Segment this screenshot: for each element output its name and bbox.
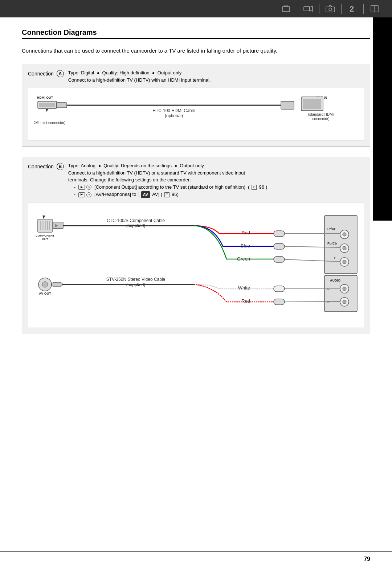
svg-point-44 <box>343 246 346 250</box>
hdmi-diagram-svg: HDMI OUT HTC-100 HDMI Cable (optional) H… <box>34 93 361 133</box>
svg-rect-60 <box>52 283 62 286</box>
svg-rect-3 <box>326 7 335 12</box>
divider <box>341 4 342 14</box>
conn-b-desc: Type: Analog Quality: Depends on the set… <box>68 162 268 198</box>
svg-text:(HDMI mini-connector): (HDMI mini-connector) <box>34 121 65 125</box>
divider <box>319 4 319 14</box>
conn-b-header: Connection B Type: Analog Quality: Depen… <box>28 162 364 198</box>
svg-text:(supplied): (supplied) <box>126 223 146 228</box>
svg-text:(supplied): (supplied) <box>126 282 146 287</box>
svg-text:CTC-100/S Component Cable: CTC-100/S Component Cable <box>107 218 165 223</box>
svg-rect-48 <box>274 231 285 237</box>
camcorder-icon <box>302 2 315 15</box>
svg-text:AUDIO: AUDIO <box>330 279 340 282</box>
sidebar-black-bar <box>373 17 392 221</box>
svg-point-71 <box>343 300 346 304</box>
comp-diagram-svg: COMPONENT OUT CTC-100/S Component Cable <box>34 208 368 321</box>
circle-b: B <box>57 163 64 170</box>
top-icons: 2 <box>279 2 381 15</box>
svg-rect-19 <box>303 99 321 109</box>
bottom-bar: 79 <box>0 551 392 566</box>
svg-rect-52 <box>274 257 285 262</box>
divider <box>297 4 297 14</box>
conn-a-header: Connection A Type: Digital Quality: High… <box>28 69 364 83</box>
section-title-bar: Connection Diagrams <box>22 28 370 39</box>
conn-b-label: Connection B <box>28 163 64 170</box>
svg-text:(optional): (optional) <box>165 113 183 118</box>
hdmi-diagram-area: HDMI OUT HTC-100 HDMI Cable (optional) H… <box>28 87 364 140</box>
svg-text:OUT: OUT <box>42 238 48 241</box>
svg-rect-1 <box>304 7 310 11</box>
svg-text:Red: Red <box>241 298 250 304</box>
svg-text:Y: Y <box>334 256 336 260</box>
svg-text:STV-250N Stereo Video Cable: STV-250N Stereo Video Cable <box>106 277 166 282</box>
page-number: 79 <box>364 556 370 562</box>
svg-rect-72 <box>274 286 285 292</box>
svg-marker-11 <box>46 109 48 112</box>
svg-rect-23 <box>38 219 52 232</box>
svg-rect-64 <box>324 275 357 312</box>
circle-a: A <box>57 70 64 77</box>
svg-rect-16 <box>281 101 294 109</box>
camera-icon <box>324 2 337 15</box>
svg-text:R: R <box>327 300 330 304</box>
section-title: Connection Diagrams <box>22 28 97 36</box>
svg-text:Pr/Cr: Pr/Cr <box>327 227 336 231</box>
svg-text:HDMI OUT: HDMI OUT <box>37 96 53 99</box>
svg-line-75 <box>285 302 340 302</box>
svg-text:Pb/Cb: Pb/Cb <box>327 242 337 245</box>
conn-b-item2: - ▶ ○ [AV/Headphones] to [ AV AV] ( □ 96… <box>74 191 268 198</box>
connection-a-box: Connection A Type: Digital Quality: High… <box>22 64 370 147</box>
svg-point-58 <box>42 282 48 287</box>
svg-text:Red: Red <box>241 230 250 235</box>
svg-point-47 <box>343 260 346 264</box>
svg-rect-33 <box>53 222 63 229</box>
conn-a-desc: Type: Digital Quality: High definition O… <box>68 69 211 83</box>
svg-text:Green: Green <box>237 256 250 262</box>
svg-rect-0 <box>282 7 290 12</box>
conn-a-label: Connection A <box>28 70 64 77</box>
number-icon: 2 <box>346 2 359 15</box>
svg-rect-12 <box>57 103 67 108</box>
conn-b-item1: - ▶ ○ [Component Output] according to th… <box>74 184 268 191</box>
svg-text:White: White <box>238 285 250 291</box>
divider <box>363 4 364 14</box>
svg-text:HTC-100 HDMI Cable: HTC-100 HDMI Cable <box>152 108 195 113</box>
svg-marker-2 <box>310 6 313 11</box>
svg-text:AV OUT: AV OUT <box>39 292 51 295</box>
intro-text: Connections that can be used to connect … <box>22 46 370 55</box>
top-bar: 2 <box>0 0 392 17</box>
svg-text:(standard HDMI: (standard HDMI <box>308 112 334 116</box>
av-badge: AV <box>141 191 150 198</box>
svg-text:COMPONENT: COMPONENT <box>36 234 54 237</box>
svg-text:connector): connector) <box>312 117 329 121</box>
svg-text:Blue: Blue <box>241 243 250 249</box>
svg-marker-30 <box>42 216 45 219</box>
svg-rect-10 <box>39 103 55 107</box>
svg-text:2: 2 <box>350 4 354 13</box>
connection-b-box: Connection B Type: Analog Quality: Depen… <box>22 157 370 334</box>
comp-diagram-area: COMPONENT OUT CTC-100/S Component Cable <box>28 202 364 328</box>
svg-rect-74 <box>274 299 285 305</box>
book-icon <box>368 2 381 15</box>
page-content: Connection Diagrams Connections that can… <box>0 17 392 355</box>
bag-icon <box>279 2 293 15</box>
svg-rect-50 <box>274 243 285 249</box>
svg-point-41 <box>343 233 346 236</box>
svg-point-4 <box>329 8 332 11</box>
svg-point-68 <box>343 287 346 291</box>
